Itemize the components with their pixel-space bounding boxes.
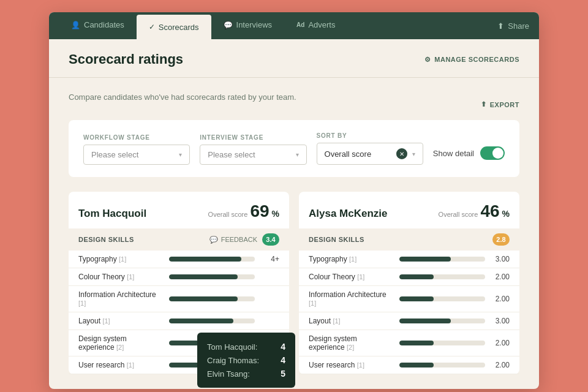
show-detail-toggle-group: Show detail: [433, 146, 505, 165]
manage-scorecards-button[interactable]: ⚙ MANAGE SCORECARDS: [424, 56, 519, 64]
section-badges-alysa: 2.8: [492, 233, 510, 246]
page-title: Scorecard ratings: [69, 51, 183, 67]
skill-bar: [399, 341, 434, 345]
nav-tabs: 👤 Candidates ✓ Scorecards 💬 Interviews A…: [59, 12, 497, 39]
workflow-stage-label: WORKFLOW STAGE: [83, 134, 190, 141]
skill-bar: [399, 363, 434, 368]
navigation: 👤 Candidates ✓ Scorecards 💬 Interviews A…: [49, 12, 539, 39]
sort-clear-button[interactable]: ✕: [396, 148, 407, 159]
skill-name: Layout [1]: [309, 317, 394, 325]
section-badges-tom: 💬 FEEDBACK 3.4: [209, 233, 279, 246]
filters-row: WORKFLOW STAGE Please select ▾ INTERVIEW…: [83, 132, 505, 165]
skill-row: Colour Theory [1] 2.00: [299, 268, 519, 286]
skill-name: Information Architecture [1]: [309, 290, 394, 307]
tooltip-name: Tom Hacquoil:: [207, 342, 257, 352]
skill-bar: [399, 257, 451, 262]
skill-value: 2.00: [490, 361, 510, 369]
skill-bar: [399, 296, 434, 301]
skill-row: Information Architecture [1] 2.00: [299, 286, 519, 312]
tab-adverts[interactable]: Ad Adverts: [284, 12, 347, 39]
main-content: Compare candidates who've had scorecards…: [49, 78, 539, 389]
overall-score-alysa: Overall score 46 %: [439, 202, 510, 221]
section-header-tom: DESIGN SKILLS 💬 FEEDBACK 3.4: [69, 228, 289, 251]
tab-interviews[interactable]: 💬 Interviews: [211, 12, 285, 39]
tooltip-value: 5: [281, 369, 285, 379]
toggle-knob: [492, 148, 503, 159]
skill-value: 4+: [260, 255, 279, 263]
sort-by-label: SORT BY: [317, 132, 423, 139]
skill-bar-container: [399, 274, 485, 279]
sort-by-select[interactable]: Overall score ✕ ▾: [317, 143, 423, 165]
adverts-icon: Ad: [296, 21, 304, 28]
skill-name: Design system experience [2]: [309, 334, 394, 352]
overall-score-tom: Overall score 69 %: [208, 202, 279, 221]
candidate-card-alysa: Alysa McKenzie Overall score 46 % DESIGN…: [299, 192, 519, 374]
interview-stage-select[interactable]: Please select ▾: [200, 145, 306, 165]
skill-row: Layout [1] 3.00: [299, 312, 519, 330]
tooltip-value: 4: [281, 342, 285, 352]
skill-value: 2.00: [490, 273, 510, 281]
interview-stage-label: INTERVIEW STAGE: [200, 134, 306, 141]
candidates-icon: 👤: [71, 21, 80, 29]
share-icon: ⬆: [497, 21, 504, 31]
skill-name: Typography [1]: [309, 255, 394, 263]
skill-name: Colour Theory [1]: [78, 273, 164, 281]
skill-bar: [169, 257, 241, 262]
chevron-down-icon: ▾: [179, 151, 182, 158]
interviews-icon: 💬: [224, 21, 233, 29]
sort-by-filter: SORT BY Overall score ✕ ▾: [317, 132, 423, 165]
skill-row: Information Architecture [1]: [69, 286, 289, 312]
feedback-icon: 💬: [209, 236, 218, 244]
chevron-down-icon: ▾: [296, 151, 299, 158]
skill-bar-container: [169, 318, 255, 323]
tab-scorecards[interactable]: ✓ Scorecards: [137, 15, 211, 39]
filters-panel: WORKFLOW STAGE Please select ▾ INTERVIEW…: [69, 120, 519, 177]
score-badge-alysa: 2.8: [492, 233, 510, 246]
score-tooltip: Tom Hacquoil: 4 Craig Thomas: 4 Elvin Ts…: [197, 333, 295, 388]
skill-bar: [399, 274, 434, 279]
interview-stage-filter: INTERVIEW STAGE Please select ▾: [200, 134, 306, 165]
app-window: 👤 Candidates ✓ Scorecards 💬 Interviews A…: [49, 12, 539, 389]
skill-value: 3.00: [490, 317, 510, 325]
skill-name: Colour Theory [1]: [309, 273, 394, 281]
candidate-card-tom: Tom Hacquoil Overall score 69 % DESIGN S…: [69, 192, 289, 374]
skill-bar-container: [399, 341, 485, 345]
skill-bar-container: [169, 296, 255, 301]
show-detail-label: Show detail: [433, 149, 474, 158]
export-button[interactable]: ⬆ EXPORT: [481, 92, 519, 116]
skill-value: 2.00: [490, 295, 510, 303]
skill-bar: [169, 274, 238, 279]
scorecards-icon: ✓: [149, 23, 155, 31]
gear-icon: ⚙: [424, 56, 431, 64]
tooltip-value: 4: [281, 355, 285, 365]
skill-name: User research [1]: [78, 361, 164, 369]
show-detail-toggle[interactable]: [480, 146, 505, 160]
candidate-name-tom: Tom Hacquoil: [78, 208, 146, 220]
feedback-button-tom[interactable]: 💬 FEEDBACK: [209, 236, 257, 244]
skill-bar-container: [169, 274, 255, 279]
tooltip-row: Elvin Tsang: 5: [207, 367, 285, 380]
workflow-stage-filter: WORKFLOW STAGE Please select ▾: [83, 134, 190, 165]
compare-text: Compare candidates who've had scorecards…: [69, 92, 481, 102]
skill-row: Typography [1] 4+: [69, 251, 289, 268]
workflow-stage-select[interactable]: Please select ▾: [83, 145, 190, 165]
skill-name: Design system experience [2]: [78, 334, 164, 352]
score-badge-tom: 3.4: [262, 233, 279, 246]
share-button[interactable]: ⬆ Share: [497, 12, 529, 39]
card-header-tom: Tom Hacquoil Overall score 69 %: [69, 192, 289, 228]
skill-row: User research [1] 2.00: [299, 356, 519, 374]
skill-row: Colour Theory [1]: [69, 268, 289, 286]
tooltip-name: Elvin Tsang:: [207, 369, 250, 379]
skill-bar: [169, 318, 233, 323]
tooltip-row: Craig Thomas: 4: [207, 353, 285, 367]
skill-name: Typography [1]: [78, 255, 164, 263]
skill-bar-container: [399, 296, 485, 301]
tab-candidates[interactable]: 👤 Candidates: [59, 12, 137, 39]
candidate-name-alysa: Alysa McKenzie: [309, 208, 388, 220]
skill-name: User research [1]: [309, 361, 394, 369]
card-header-alysa: Alysa McKenzie Overall score 46 %: [299, 192, 519, 228]
skills-list-alysa: Typography [1] 3.00 Colour Theory [1] 2.…: [299, 251, 519, 374]
skill-name: Information Architecture [1]: [78, 290, 164, 307]
page-header: Scorecard ratings ⚙ MANAGE SCORECARDS: [49, 39, 539, 78]
skill-bar-container: [399, 318, 485, 323]
